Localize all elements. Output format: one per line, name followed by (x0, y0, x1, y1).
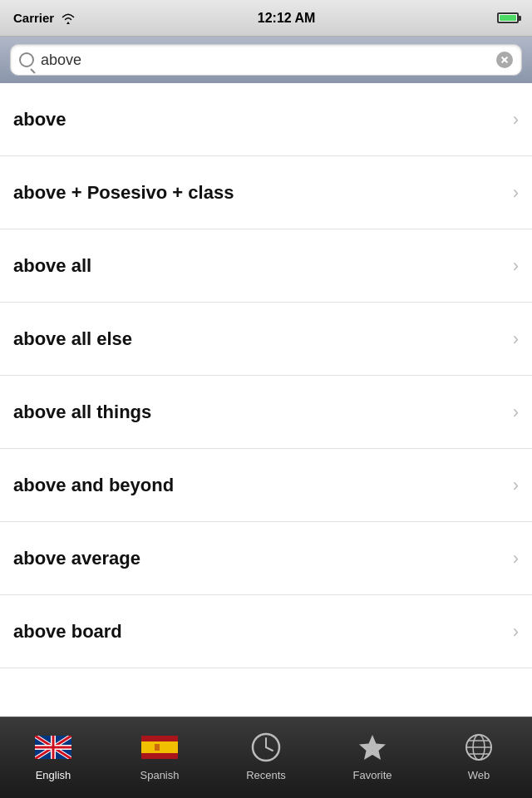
list-item-label: above board (13, 621, 122, 643)
svg-line-14 (266, 747, 273, 751)
web-globe-icon (461, 729, 497, 766)
chevron-right-icon: › (513, 621, 519, 643)
spanish-tab-label: Spanish (140, 769, 180, 781)
list-item-label: above average (13, 548, 140, 569)
spanish-flag-icon (141, 729, 178, 766)
recents-clock-icon (248, 729, 284, 766)
favorite-star-icon (354, 729, 391, 766)
english-tab-label: English (36, 769, 71, 781)
tab-bar: English Spanish Recents (0, 717, 532, 798)
svg-rect-8 (52, 736, 55, 759)
tab-favorite[interactable]: Favorite (319, 717, 426, 798)
list-item-label: above all things (13, 401, 151, 423)
search-icon (19, 52, 34, 67)
list-item[interactable]: above average › (0, 522, 532, 595)
status-time: 12:12 AM (258, 11, 316, 26)
search-results-area: above › above + Posesivo + class › above… (0, 83, 532, 717)
list-item-label: above and beyond (13, 475, 174, 496)
favorite-tab-label: Favorite (353, 769, 392, 781)
list-item-label: above (13, 109, 66, 131)
list-item[interactable]: above › (0, 83, 532, 156)
list-item[interactable]: above and beyond › (0, 449, 532, 522)
recents-tab-label: Recents (246, 769, 286, 781)
search-input[interactable] (41, 52, 490, 69)
chevron-right-icon: › (513, 109, 519, 131)
tab-recents[interactable]: Recents (213, 717, 319, 798)
carrier-info: Carrier (13, 11, 76, 25)
battery-area (497, 12, 519, 23)
search-input-wrapper[interactable] (10, 44, 522, 76)
search-bar (0, 37, 532, 83)
list-item-label: above + Posesivo + class (13, 182, 234, 204)
battery-fill (500, 15, 516, 21)
tab-english[interactable]: English (0, 717, 106, 798)
carrier-label: Carrier (13, 11, 54, 25)
list-item[interactable]: above all things › (0, 376, 532, 449)
chevron-right-icon: › (513, 328, 519, 350)
svg-marker-15 (359, 735, 386, 760)
english-flag-icon (35, 729, 71, 766)
list-item[interactable]: above all › (0, 229, 532, 303)
wifi-icon (61, 12, 76, 24)
search-clear-button[interactable] (496, 52, 513, 68)
list-item[interactable]: above all else › (0, 303, 532, 376)
chevron-right-icon: › (513, 255, 519, 277)
tab-web[interactable]: Web (426, 717, 532, 798)
list-item[interactable]: above board › (0, 595, 532, 668)
list-item-label: above all (13, 255, 91, 277)
chevron-right-icon: › (513, 548, 519, 569)
chevron-right-icon: › (513, 401, 519, 423)
svg-rect-11 (155, 744, 160, 751)
chevron-right-icon: › (513, 182, 519, 204)
battery-icon (497, 12, 519, 23)
chevron-right-icon: › (513, 475, 519, 496)
web-tab-label: Web (468, 769, 490, 781)
list-item[interactable]: above + Posesivo + class › (0, 156, 532, 229)
status-bar: Carrier 12:12 AM (0, 0, 532, 37)
list-item-label: above all else (13, 328, 132, 350)
tab-spanish[interactable]: Spanish (106, 717, 213, 798)
search-results-list: above › above + Posesivo + class › above… (0, 83, 532, 668)
